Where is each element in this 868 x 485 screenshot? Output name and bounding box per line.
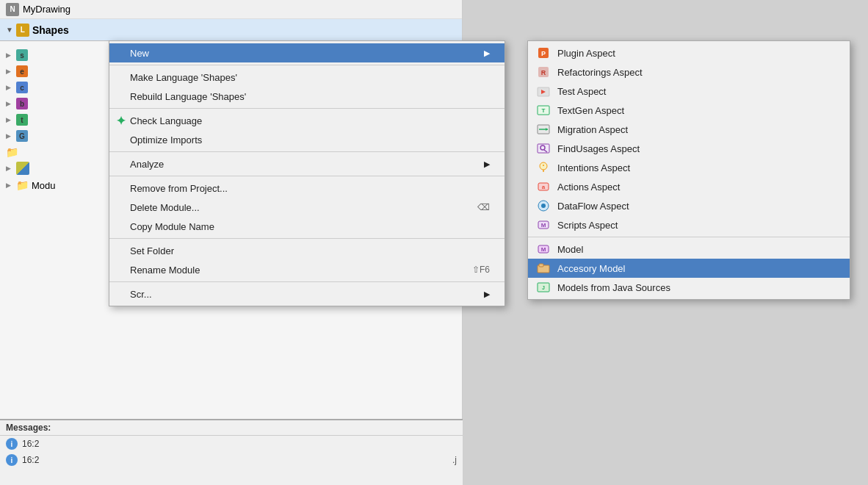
submenu-dataflow-aspect[interactable]: DataFlow Aspect xyxy=(528,196,850,215)
delete-shortcut: ⌫ xyxy=(477,202,490,212)
rebuild-language-label: Rebuild Language 'Shapes' xyxy=(130,91,246,102)
svg-text:P: P xyxy=(541,50,546,57)
submenu-actions-aspect[interactable]: a Actions Aspect xyxy=(528,177,850,196)
message-text-2: .j xyxy=(452,455,457,465)
tree-arrow: ▶ xyxy=(6,51,15,59)
menu-item-remove-project[interactable]: Remove from Project... xyxy=(109,179,504,198)
shapes-label: Shapes xyxy=(32,24,69,36)
e-icon: e xyxy=(16,65,28,77)
refactor-icon: R xyxy=(535,64,551,80)
svg-text:T: T xyxy=(542,107,546,114)
submenu-scripts-aspect[interactable]: M Scripts Aspect xyxy=(528,215,850,234)
sub-separator-1 xyxy=(528,237,850,237)
intentions-icon xyxy=(535,159,551,176)
menu-item-rename-module[interactable]: Rename Module ⇧F6 xyxy=(109,260,504,279)
check-icon: ✦ xyxy=(114,114,127,127)
model-icon: M xyxy=(535,241,551,257)
tree-arrow: ▶ xyxy=(6,132,15,140)
separator-1 xyxy=(109,65,504,65)
module-folder-icon: 📁 xyxy=(16,179,29,191)
submenu-models-java[interactable]: J Models from Java Sources xyxy=(528,278,850,297)
optimize-imports-label: Optimize Imports xyxy=(130,134,202,146)
svg-point-16 xyxy=(543,165,544,166)
top-breadcrumb: N MyDrawing xyxy=(0,0,462,19)
svg-point-20 xyxy=(541,204,546,208)
svg-text:M: M xyxy=(541,246,546,253)
copy-module-name-label: Copy Module Name xyxy=(130,221,214,232)
message-time-2: 16:2 xyxy=(22,455,39,465)
submenu-plugin-aspect[interactable]: P Plugin Aspect xyxy=(528,43,850,62)
g-icon: G xyxy=(16,130,28,142)
check-language-label: Check Language xyxy=(130,115,202,126)
tree-arrow: ▶ xyxy=(6,116,15,123)
submenu-migration-aspect[interactable]: Migration Aspect xyxy=(528,120,850,139)
submenu-accesory-model[interactable]: Accesory Model xyxy=(528,259,850,278)
context-menu-sub[interactable]: P Plugin Aspect R Refactorings Aspect Te… xyxy=(527,40,850,300)
tree-arrow: ▶ xyxy=(6,84,15,91)
menu-item-make-language[interactable]: Make Language 'Shapes' xyxy=(109,68,504,87)
analyze-label: Analyze xyxy=(130,159,164,170)
dataflow-icon xyxy=(535,198,551,214)
svg-text:M: M xyxy=(541,222,546,229)
n-icon: N xyxy=(6,3,19,16)
scripts-icon: M xyxy=(535,217,551,233)
svg-rect-26 xyxy=(539,264,543,267)
menu-item-rebuild-language[interactable]: Rebuild Language 'Shapes' xyxy=(109,87,504,106)
mosaic-icon xyxy=(16,162,29,175)
plugin-aspect-label: Plugin Aspect xyxy=(557,48,615,59)
menu-item-optimize-imports[interactable]: Optimize Imports xyxy=(109,130,504,149)
submenu-textgen-aspect[interactable]: T TextGen Aspect xyxy=(528,101,850,120)
javasrc-icon: J xyxy=(535,279,551,295)
actions-aspect-label: Actions Aspect xyxy=(557,182,620,193)
menu-item-new[interactable]: New ▶ xyxy=(109,43,504,62)
submenu-model[interactable]: M Model xyxy=(528,240,850,259)
shapes-header: ▼ L Shapes xyxy=(0,19,462,41)
message-row-2: i 16:2 .j xyxy=(0,452,463,468)
s-icon: s xyxy=(16,49,28,61)
separator-4 xyxy=(109,176,504,176)
submenu-intentions-aspect[interactable]: Intentions Aspect xyxy=(528,158,850,177)
intentions-aspect-label: Intentions Aspect xyxy=(557,162,630,173)
submenu-arrow: ▶ xyxy=(484,48,490,58)
submenu-refactorings-aspect[interactable]: R Refactorings Aspect xyxy=(528,62,850,82)
separator-2 xyxy=(109,108,504,109)
menu-item-scripts[interactable]: Scr... ▶ xyxy=(109,284,504,303)
submenu-findusages-aspect[interactable]: FindUsages Aspect xyxy=(528,139,850,158)
submenu-test-aspect[interactable]: Test Aspect xyxy=(528,82,850,101)
context-menu-main[interactable]: New ▶ Make Language 'Shapes' Rebuild Lan… xyxy=(109,40,505,306)
scripts-aspect-label: Scripts Aspect xyxy=(557,220,618,231)
info-icon-2: i xyxy=(6,454,18,466)
menu-item-analyze[interactable]: Analyze ▶ xyxy=(109,154,504,173)
svg-text:J: J xyxy=(542,285,545,290)
tree-arrow: ▶ xyxy=(6,182,15,189)
delete-module-label: Delete Module... xyxy=(130,202,200,213)
t-icon: t xyxy=(16,114,28,126)
menu-item-check-language[interactable]: ✦ Check Language xyxy=(109,111,504,130)
migration-aspect-label: Migration Aspect xyxy=(557,124,628,135)
make-language-label: Make Language 'Shapes' xyxy=(130,72,237,83)
folder-icon: 📁 xyxy=(6,146,18,158)
test-icon xyxy=(535,83,551,99)
separator-6 xyxy=(109,281,504,282)
accmodel-icon xyxy=(535,260,551,276)
scripts-label: Scr... xyxy=(130,289,152,300)
module-label: Modu xyxy=(32,180,56,191)
menu-item-copy-module-name[interactable]: Copy Module Name xyxy=(109,217,504,236)
svg-text:a: a xyxy=(542,184,546,190)
info-icon-1: i xyxy=(6,438,18,450)
plugin-icon: P xyxy=(535,45,551,61)
actions-icon: a xyxy=(535,179,551,195)
new-label: New xyxy=(130,48,149,59)
expand-arrow: ▼ xyxy=(6,26,13,34)
menu-item-delete-module[interactable]: Delete Module... ⌫ xyxy=(109,198,504,217)
refactorings-aspect-label: Refactorings Aspect xyxy=(557,67,643,78)
tree-arrow: ▶ xyxy=(6,68,15,75)
tree-arrow: ▶ xyxy=(6,100,15,107)
migration-icon xyxy=(535,121,551,137)
rename-module-label: Rename Module xyxy=(130,265,200,276)
test-aspect-label: Test Aspect xyxy=(557,86,606,97)
menu-item-set-folder[interactable]: Set Folder xyxy=(109,241,504,260)
set-folder-label: Set Folder xyxy=(130,245,174,256)
messages-header: Messages: xyxy=(0,420,463,436)
separator-3 xyxy=(109,151,504,152)
